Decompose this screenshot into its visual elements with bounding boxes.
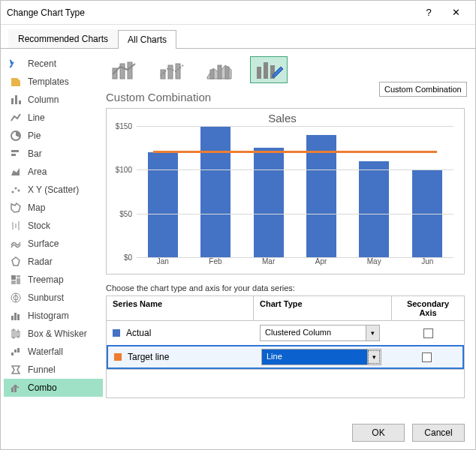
svg-rect-34	[120, 64, 125, 79]
combo-icon-custom	[254, 59, 284, 80]
sidebar-item-waterfall[interactable]: Waterfall	[4, 343, 103, 361]
chart-type-combo-target[interactable]: Line ▾	[261, 349, 381, 365]
sidebar-item-map[interactable]: Map	[4, 199, 103, 217]
sidebar-item-x-y-scatter-[interactable]: X Y (Scatter)	[4, 181, 103, 199]
svg-rect-5	[11, 154, 16, 156]
swatch-actual	[113, 329, 120, 337]
sidebar-item-label: Treemap	[28, 274, 64, 285]
secondary-axis-checkbox-actual[interactable]	[423, 328, 433, 338]
combo-subtype-custom[interactable]	[250, 56, 288, 83]
sidebar-item-sunburst[interactable]: Sunburst	[4, 289, 103, 307]
x-tick-label: Mar	[262, 257, 275, 266]
series-row-target[interactable]: Target line Line ▾	[107, 345, 464, 369]
tab-strip: Recommended Charts All Charts	[1, 25, 475, 49]
combo-subtype-3[interactable]	[202, 56, 240, 83]
chart-type-icon	[10, 382, 22, 394]
sidebar-item-line[interactable]: Line	[4, 109, 103, 127]
svg-rect-0	[11, 98, 14, 104]
svg-rect-28	[14, 350, 17, 352]
chart-type-icon	[10, 364, 22, 376]
chevron-down-icon[interactable]: ▾	[366, 326, 379, 340]
sidebar-item-column[interactable]: Column	[4, 91, 103, 109]
sidebar-item-surface[interactable]: Surface	[4, 235, 103, 253]
chart-type-list: RecentTemplatesColumnLinePieBarAreaX Y (…	[1, 49, 106, 416]
sidebar-item-funnel[interactable]: Funnel	[4, 361, 103, 379]
combo-icon-2	[158, 59, 188, 80]
sidebar-item-label: Histogram	[28, 310, 69, 321]
chart-type-icon	[10, 238, 22, 250]
chart-type-icon	[10, 76, 22, 88]
y-tick-label: $50	[119, 209, 132, 218]
sidebar-item-label: Stock	[28, 220, 50, 231]
secondary-axis-checkbox-target[interactable]	[422, 352, 432, 362]
sidebar-item-area[interactable]: Area	[4, 163, 103, 181]
sidebar-item-stock[interactable]: Stock	[4, 217, 103, 235]
bar-group	[137, 126, 453, 257]
svg-rect-27	[11, 352, 14, 356]
sidebar-item-box-whisker[interactable]: Box & Whisker	[4, 325, 103, 343]
tab-recommended[interactable]: Recommended Charts	[8, 29, 118, 48]
svg-rect-20	[11, 316, 14, 320]
bar	[200, 126, 230, 257]
svg-rect-41	[225, 67, 229, 79]
combo-subtype-1[interactable]	[106, 56, 143, 83]
bar	[306, 135, 336, 257]
sidebar-item-histogram[interactable]: Histogram	[4, 307, 103, 325]
svg-rect-22	[17, 314, 20, 320]
sidebar-item-pie[interactable]: Pie	[4, 127, 103, 145]
svg-marker-12	[12, 257, 20, 266]
series-row-actual[interactable]: Actual Clustered Column ▾	[107, 321, 464, 345]
x-tick-label: Jan	[157, 257, 169, 266]
chevron-down-icon[interactable]: ▾	[367, 350, 381, 364]
chart-preview: Sales $0$50$100$150 JanFebMarAprMayJun	[106, 108, 465, 274]
sidebar-item-label: Column	[28, 94, 59, 105]
svg-rect-35	[128, 62, 132, 79]
x-tick-label: Jun	[421, 257, 433, 266]
chart-type-icon	[10, 184, 22, 196]
series-instruction: Choose the chart type and axis for your …	[106, 284, 465, 292]
chart-plot: $0$50$100$150	[137, 126, 453, 257]
sidebar-item-recent[interactable]: Recent	[4, 55, 103, 73]
dialog-body: RecentTemplatesColumnLinePieBarAreaX Y (…	[1, 49, 475, 416]
x-axis: JanFebMarAprMayJun	[137, 257, 453, 266]
tab-all-charts[interactable]: All Charts	[118, 30, 176, 49]
chart-type-icon	[10, 328, 22, 340]
svg-rect-13	[11, 275, 16, 280]
cancel-button[interactable]: Cancel	[412, 424, 465, 442]
chart-type-icon	[10, 112, 22, 124]
sidebar-item-label: Waterfall	[28, 346, 63, 357]
chart-type-icon	[10, 130, 22, 142]
sidebar-item-label: Sunburst	[28, 292, 64, 303]
svg-rect-42	[257, 67, 261, 79]
svg-rect-15	[17, 278, 20, 284]
chart-title: Sales	[108, 112, 456, 124]
svg-rect-37	[168, 65, 173, 79]
sidebar-item-radar[interactable]: Radar	[4, 253, 103, 271]
help-button[interactable]: ?	[415, 4, 442, 22]
dialog-window: Change Chart Type ? ✕ Recommended Charts…	[0, 0, 476, 450]
ok-button[interactable]: OK	[352, 424, 405, 442]
x-tick-label: Feb	[209, 257, 221, 266]
sidebar-item-label: Box & Whisker	[28, 328, 87, 339]
dialog-title: Change Chart Type	[7, 8, 415, 18]
series-name-target: Target line	[128, 352, 169, 362]
sidebar-item-treemap[interactable]: Treemap	[4, 271, 103, 289]
sidebar-item-combo[interactable]: Combo	[4, 379, 103, 397]
y-tick-label: $150	[116, 122, 132, 130]
chart-type-combo-actual[interactable]: Clustered Column ▾	[260, 325, 380, 341]
sidebar-item-label: Surface	[28, 238, 59, 249]
sidebar-item-bar[interactable]: Bar	[4, 145, 103, 163]
x-tick-label: May	[367, 257, 381, 266]
sidebar-item-label: Combo	[28, 382, 57, 393]
svg-marker-30	[12, 366, 20, 374]
sidebar-item-templates[interactable]: Templates	[4, 73, 103, 91]
dialog-footer: OK Cancel	[1, 416, 475, 449]
combo-subtype-2[interactable]	[154, 56, 191, 83]
close-button[interactable]: ✕	[442, 4, 469, 22]
sidebar-item-label: Funnel	[28, 364, 56, 375]
subtype-tooltip: Custom Combination	[379, 82, 467, 97]
chart-type-icon	[10, 166, 22, 178]
svg-rect-39	[210, 70, 214, 79]
main-panel: Custom Combination Custom Combination Sa…	[106, 49, 475, 416]
sidebar-item-label: Templates	[28, 76, 69, 87]
